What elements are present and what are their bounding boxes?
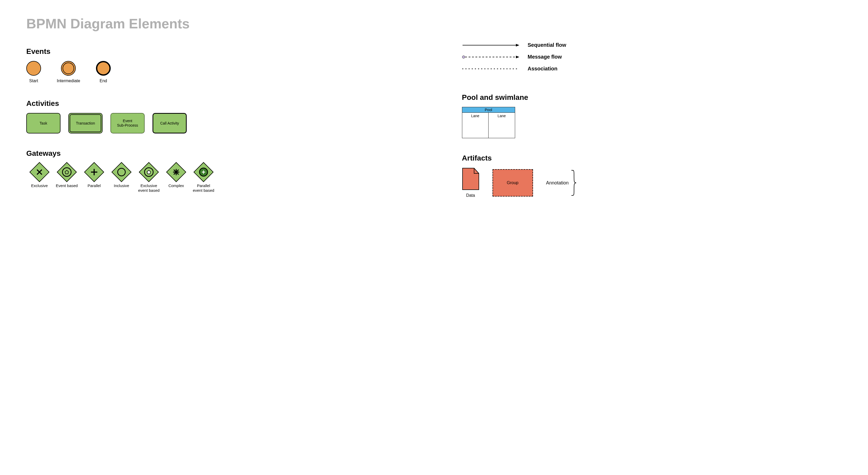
section-heading-pool: Pool and swimlane — [462, 93, 842, 102]
section-heading-artifacts: Artifacts — [462, 154, 842, 162]
intermediate-event-icon — [61, 61, 76, 76]
flow-association: Association — [462, 66, 842, 72]
activity-label: Call Activity — [160, 121, 179, 126]
gateway-parallel: Parallel — [81, 163, 107, 188]
flow-sequential: Sequential flow — [462, 42, 842, 48]
exclusive-event-based-gateway-icon — [139, 162, 159, 182]
activity-transaction: Transaction — [68, 113, 102, 133]
bpmn-reference-page: BPMN Diagram Elements Events Start Inter… — [0, 0, 868, 219]
right-column: Sequential flow Message flow Association — [462, 39, 842, 198]
gateway-label: Exclusive event based — [138, 183, 160, 193]
event-intermediate: Intermediate — [57, 61, 80, 83]
artifact-label: Annotation — [546, 180, 569, 186]
parallel-event-based-gateway-icon — [193, 162, 214, 182]
event-label: Intermediate — [57, 78, 80, 83]
gateway-exclusive-event-based: Exclusive event based — [136, 163, 162, 193]
gateway-exclusive: Exclusive — [26, 163, 53, 188]
inclusive-gateway-icon — [112, 162, 131, 182]
events-row: Start Intermediate End — [26, 61, 446, 83]
gateways-row: Exclusive Event based Parallel — [26, 163, 446, 193]
gateway-inclusive: Inclusive — [108, 163, 135, 188]
gateway-label: Parallel — [88, 183, 101, 188]
svg-marker-0 — [65, 170, 69, 174]
sequential-flow-icon — [462, 42, 520, 48]
data-object-icon — [462, 168, 479, 190]
pool-header: Pool — [462, 107, 515, 113]
flow-label: Sequential flow — [528, 42, 566, 48]
end-event-icon — [96, 61, 111, 76]
svg-marker-6 — [516, 56, 519, 58]
gateway-label: Exclusive — [31, 183, 48, 188]
pool-container: Pool Lane Lane — [462, 107, 515, 138]
flow-label: Association — [528, 66, 557, 72]
artifact-data: Data — [462, 168, 479, 198]
gateway-complex: Complex — [163, 163, 189, 188]
gateway-label: Complex — [168, 183, 184, 188]
gateway-label: Parallel event based — [193, 183, 214, 193]
svg-marker-3 — [516, 44, 519, 46]
section-heading-gateways: Gateways — [26, 149, 446, 158]
activity-call: Call Activity — [153, 113, 187, 133]
flow-label: Message flow — [528, 54, 562, 60]
activity-task: Task — [26, 113, 60, 133]
section-heading-activities: Activities — [26, 99, 446, 108]
association-icon — [462, 66, 520, 71]
artifact-label: Data — [466, 193, 475, 198]
svg-point-4 — [462, 56, 465, 58]
complex-gateway-icon — [166, 162, 186, 182]
activities-row: Task Transaction Event Sub-Process Call … — [26, 113, 446, 133]
gateway-label: Inclusive — [114, 183, 129, 188]
flows-legend: Sequential flow Message flow Association — [462, 42, 842, 72]
event-label: Start — [29, 78, 38, 83]
gateway-label: Event based — [56, 183, 78, 188]
artifact-annotation: Annotation — [546, 170, 577, 196]
event-start: Start — [26, 61, 41, 83]
gateway-event-based: Event based — [54, 163, 80, 188]
section-heading-events: Events — [26, 47, 446, 56]
event-end: End — [96, 61, 111, 83]
annotation-bracket-icon — [570, 170, 577, 196]
columns: Events Start Intermediate End Activities — [26, 39, 842, 198]
flow-message: Message flow — [462, 54, 842, 60]
activity-label: Event Sub-Process — [117, 119, 138, 128]
artifacts-row: Data Group Annotation — [462, 168, 842, 198]
left-column: Events Start Intermediate End Activities — [26, 39, 446, 193]
message-flow-icon — [462, 55, 520, 60]
artifact-group: Group — [493, 169, 533, 197]
activity-label: Transaction — [76, 121, 95, 126]
activity-event-subprocess: Event Sub-Process — [111, 113, 145, 133]
artifact-label: Group — [507, 180, 518, 185]
event-label: End — [100, 78, 107, 83]
start-event-icon — [26, 61, 41, 76]
exclusive-gateway-icon — [29, 162, 50, 182]
event-based-gateway-icon — [57, 162, 77, 182]
activity-label: Task — [40, 121, 47, 126]
page-title: BPMN Diagram Elements — [26, 16, 842, 32]
lane-2: Lane — [489, 113, 515, 138]
gateway-parallel-event-based: Parallel event based — [190, 163, 217, 193]
parallel-gateway-icon — [84, 162, 104, 182]
lanes: Lane Lane — [462, 113, 515, 138]
lane-1: Lane — [462, 113, 489, 138]
svg-marker-1 — [147, 170, 151, 174]
